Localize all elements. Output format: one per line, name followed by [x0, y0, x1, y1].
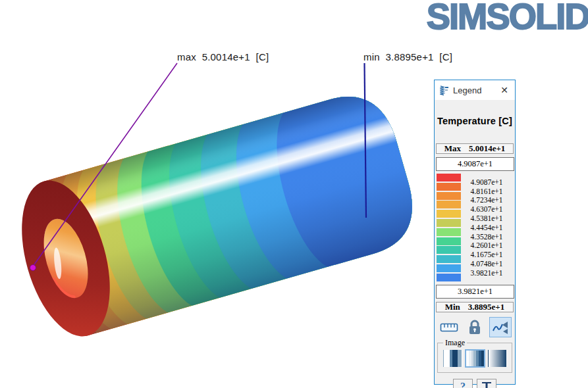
max-annotation: max 5.0014e+1 [C] [177, 51, 269, 62]
legend-min-row: Min 3.8895e+1 [436, 302, 514, 312]
image-style-discrete-button[interactable] [443, 350, 462, 367]
export-image-button[interactable] [477, 379, 496, 388]
legend-panel: Legend ✕ Temperature [C] Max 5.0014e+1 4… [434, 80, 516, 385]
scale-value: 3.9821e+1 [462, 269, 511, 277]
legend-titlebar[interactable]: Legend ✕ [435, 80, 515, 100]
scale-value: 4.0748e+1 [462, 260, 511, 268]
help-button[interactable]: ? [453, 379, 473, 388]
scale-swatch [437, 201, 461, 208]
scale-swatch [437, 246, 461, 254]
scale-value: 4.2601e+1 [462, 241, 511, 249]
lock-button[interactable] [464, 317, 486, 337]
scale-swatch [437, 210, 461, 218]
close-icon[interactable]: ✕ [499, 85, 510, 95]
ruler-icon [440, 322, 458, 333]
image-groupbox: Image [437, 343, 512, 373]
legend-title: Legend [453, 85, 494, 95]
help-label: ? [460, 381, 466, 388]
legend-field-title: Temperature [C] [435, 116, 515, 126]
scale-swatch [437, 174, 461, 182]
simsolid-logo: SIMSOLID [427, 0, 588, 37]
scale-value: 4.5381e+1 [462, 214, 511, 222]
scale-swatch [437, 274, 461, 281]
lower-bound-input[interactable] [436, 285, 514, 299]
scale-swatch [437, 183, 461, 191]
legend-color-scale [437, 174, 461, 283]
export-stamp-icon [480, 381, 493, 388]
scale-swatch [437, 228, 461, 236]
scale-value: 4.7234e+1 [462, 196, 511, 204]
scale-value: 4.1675e+1 [462, 251, 511, 258]
image-style-smooth-button[interactable] [488, 350, 507, 367]
max-point-marker [30, 265, 36, 271]
scale-value: 4.4454e+1 [462, 224, 511, 231]
scale-swatch [437, 255, 461, 263]
ruler-button[interactable] [438, 317, 460, 337]
image-style-banded-button[interactable] [465, 349, 485, 368]
scale-value: 4.6307e+1 [462, 205, 511, 213]
legend-scale: 4.9087e+14.8161e+14.7234e+14.6307e+14.53… [436, 174, 514, 281]
legend-toolbar [435, 317, 515, 337]
min-label: Min [445, 302, 460, 312]
min-annotation: min 3.8895e+1 [C] [363, 51, 452, 62]
graph-icon [492, 320, 509, 335]
scale-value: 4.8161e+1 [462, 187, 511, 195]
max-value: 5.0014e+1 [469, 143, 505, 154]
image-group-label: Image [443, 338, 467, 348]
scale-value: 4.3528e+1 [462, 233, 511, 241]
min-value: 3.8895e+1 [468, 302, 504, 312]
legend-bottom-bar: ? [435, 379, 515, 388]
scale-value: 4.9087e+1 [462, 178, 511, 186]
scale-swatch [437, 192, 461, 200]
max-label: Max [444, 143, 461, 154]
scale-swatch [437, 264, 461, 272]
legend-max-row: Max 5.0014e+1 [436, 143, 514, 154]
scale-swatch [437, 219, 461, 227]
lock-icon [468, 320, 482, 335]
legend-spring-icon [440, 85, 448, 96]
upper-bound-input[interactable] [436, 157, 514, 171]
legend-scale-values: 4.9087e+14.8161e+14.7234e+14.6307e+14.53… [462, 174, 514, 281]
scale-swatch [437, 237, 461, 245]
graph-button[interactable] [489, 317, 512, 337]
